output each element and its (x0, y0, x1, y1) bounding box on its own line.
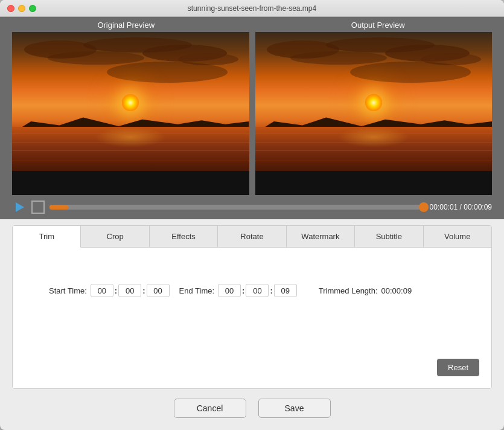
original-sunset-scene (12, 32, 249, 195)
end-sep1: : (242, 286, 244, 295)
timeline-bar[interactable] (49, 205, 425, 210)
start-time-group: Start Time: : : (49, 284, 170, 297)
snapshot-button[interactable] (31, 201, 45, 214)
save-button[interactable]: Save (258, 399, 331, 418)
end-hours-input[interactable] (218, 284, 241, 297)
window-title: stunning-sunset-seen-from-the-sea.mp4 (188, 4, 316, 13)
end-seconds-input[interactable] (274, 284, 297, 297)
time-inputs-row: Start Time: : : End Time: (25, 284, 479, 297)
play-icon (16, 202, 24, 212)
trim-form: Start Time: : : End Time: (25, 260, 479, 376)
tab-content-trim: Start Time: : : End Time: (13, 248, 491, 388)
main-window: stunning-sunset-seen-from-the-sea.mp4 Or… (0, 0, 504, 430)
start-hours-input[interactable] (91, 284, 113, 297)
preview-videos (0, 32, 504, 195)
output-preview-label: Output Preview (252, 21, 505, 30)
tab-subtitle[interactable]: Subtitle (355, 226, 423, 247)
end-time-inputs: : : (218, 284, 297, 297)
reset-button[interactable]: Reset (437, 359, 479, 376)
start-sep2: : (142, 286, 145, 295)
end-minutes-input[interactable] (246, 284, 269, 297)
trimmed-length-value: 00:00:09 (381, 286, 412, 295)
output-video-frame (255, 32, 493, 195)
end-sep2: : (270, 286, 272, 295)
trimmed-length-label: Trimmed Length: (319, 286, 378, 295)
original-video-frame (12, 32, 249, 195)
start-minutes-input[interactable] (118, 284, 141, 297)
end-time-label: End Time: (179, 286, 215, 295)
start-time-inputs: : : (91, 284, 170, 297)
start-time-label: Start Time: (49, 286, 87, 295)
tab-crop[interactable]: Crop (81, 226, 149, 247)
tab-watermark[interactable]: Watermark (287, 226, 355, 247)
minimize-button[interactable] (18, 5, 25, 12)
trimmed-length-group: Trimmed Length: 00:00:09 (319, 286, 412, 295)
traffic-lights (7, 5, 36, 12)
maximize-button[interactable] (29, 5, 36, 12)
start-seconds-input[interactable] (147, 284, 170, 297)
preview-area: Original Preview Output Preview (0, 17, 504, 219)
tab-panel: Trim Crop Effects Rotate Watermark Subti… (12, 225, 492, 389)
output-sunset-scene (255, 32, 493, 195)
preview-labels: Original Preview Output Preview (0, 17, 504, 32)
reset-button-container: Reset (25, 347, 479, 376)
end-time-group: End Time: : : (179, 284, 297, 297)
timeline-progress (49, 205, 68, 210)
title-bar: stunning-sunset-seen-from-the-sea.mp4 (0, 0, 504, 17)
tab-trim[interactable]: Trim (13, 226, 81, 248)
play-button[interactable] (12, 200, 27, 214)
bottom-buttons: Cancel Save (0, 389, 504, 430)
close-button[interactable] (7, 5, 14, 12)
tab-effects[interactable]: Effects (150, 226, 218, 247)
start-sep1: : (115, 286, 117, 295)
playback-controls: 00:00:01 / 00:00:09 (0, 195, 504, 219)
original-preview-label: Original Preview (0, 21, 252, 30)
tabs: Trim Crop Effects Rotate Watermark Subti… (13, 226, 491, 248)
tab-volume[interactable]: Volume (424, 226, 491, 247)
time-display: 00:00:01 / 00:00:09 (430, 203, 492, 211)
tab-rotate[interactable]: Rotate (218, 226, 286, 247)
timeline-handle[interactable] (419, 202, 429, 212)
cancel-button[interactable]: Cancel (174, 399, 246, 418)
